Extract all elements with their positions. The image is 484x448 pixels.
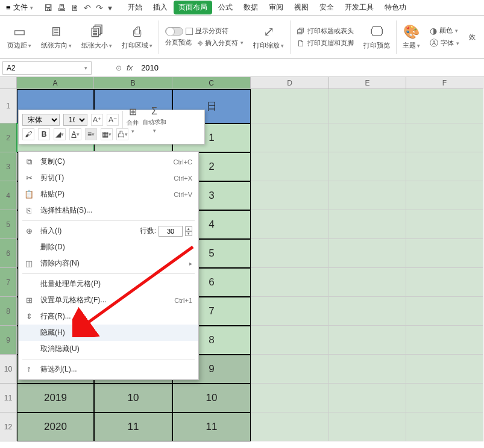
print-icon[interactable]: 🖶: [57, 3, 66, 13]
row-header-4[interactable]: 4: [0, 181, 17, 210]
column-header-F[interactable]: F: [406, 77, 483, 89]
cell-E12[interactable]: [329, 412, 406, 441]
cell-E1[interactable]: [329, 89, 406, 123]
fonts-button[interactable]: Ⓐ 字体▾: [430, 38, 459, 49]
row-header-6[interactable]: 6: [0, 239, 17, 268]
menu-item-batch[interactable]: 批量处理单元格(P): [19, 276, 198, 292]
name-box[interactable]: A2 ▾: [2, 61, 92, 75]
row-header-3[interactable]: 3: [0, 152, 17, 181]
tab-home[interactable]: 开始: [123, 1, 147, 14]
cell-D7[interactable]: [251, 268, 329, 297]
spinner-down-icon[interactable]: ▾: [185, 231, 192, 236]
cell-A11[interactable]: 2019: [17, 384, 94, 412]
row-header-7[interactable]: 7: [0, 268, 17, 297]
column-header-B[interactable]: B: [94, 77, 172, 89]
row-header-5[interactable]: 5: [0, 210, 17, 239]
column-header-C[interactable]: C: [172, 77, 251, 89]
insert-count-input[interactable]: [159, 226, 183, 237]
cell-D12[interactable]: [251, 412, 329, 441]
margins-button[interactable]: ▭ 页边距▾: [4, 18, 35, 56]
font-size-select[interactable]: 16: [63, 114, 87, 126]
tab-insert[interactable]: 插入: [148, 1, 172, 14]
menu-item-copy[interactable]: ⧉ 复制(C) Ctrl+C: [19, 154, 198, 170]
formula-input[interactable]: 2010: [137, 63, 162, 72]
row-header-1[interactable]: 1: [0, 89, 17, 123]
cell-F4[interactable]: [406, 181, 483, 210]
tab-page-layout[interactable]: 页面布局: [174, 1, 212, 14]
tab-view[interactable]: 视图: [289, 1, 313, 14]
cell-D8[interactable]: [251, 297, 329, 326]
font-name-select[interactable]: 宋体: [22, 114, 60, 126]
orientation-button[interactable]: 🗏 纸张方向▾: [37, 18, 75, 56]
cell-F10[interactable]: [406, 355, 483, 384]
cell-E9[interactable]: [329, 326, 406, 355]
row-header-9[interactable]: 9: [0, 326, 17, 355]
column-header-A[interactable]: A: [17, 77, 94, 89]
cell-F6[interactable]: [406, 239, 483, 268]
font-color-button[interactable]: A▾: [69, 128, 81, 140]
print-preview-button[interactable]: 🖵 打印预览: [360, 18, 394, 56]
menu-item-delete[interactable]: 删除(D): [19, 239, 198, 255]
fx-label[interactable]: fx: [127, 63, 133, 72]
cell-D4[interactable]: [251, 181, 329, 210]
row-header-12[interactable]: 12: [0, 412, 17, 441]
cell-B11[interactable]: 10: [94, 384, 172, 412]
file-menu[interactable]: ≡ 文件 ▾: [0, 2, 39, 13]
cell-E5[interactable]: [329, 210, 406, 239]
merge-button[interactable]: ⊞合并▾: [127, 106, 139, 134]
colors-button[interactable]: ◑ 颜色▾: [430, 26, 459, 36]
menu-item-hide[interactable]: 隐藏(H): [19, 325, 198, 341]
cell-C12[interactable]: 11: [172, 412, 251, 441]
menu-item-insert[interactable]: ⊕ 插入(I) 行数: ▴▾: [19, 223, 198, 239]
cell-C11[interactable]: 10: [172, 384, 251, 412]
cell-F8[interactable]: [406, 297, 483, 326]
print-titles-button[interactable]: 🗊 打印标题或表头: [297, 26, 354, 36]
cell-E11[interactable]: [329, 384, 406, 412]
cell-style-button[interactable]: 凸▾: [116, 128, 128, 140]
cell-E8[interactable]: [329, 297, 406, 326]
align-button[interactable]: ≡▾: [85, 128, 97, 140]
menu-item-cut[interactable]: ✂ 剪切(T) Ctrl+X: [19, 170, 198, 186]
bold-button[interactable]: B: [38, 128, 50, 140]
cell-F9[interactable]: [406, 326, 483, 355]
undo-icon[interactable]: ↶: [84, 3, 91, 13]
menu-item-clear[interactable]: ◫ 清除内容(N) ▸: [19, 255, 198, 272]
fill-color-button[interactable]: ◢▾: [54, 128, 66, 140]
cell-D11[interactable]: [251, 384, 329, 412]
cell-D1[interactable]: [251, 89, 329, 123]
cell-F7[interactable]: [406, 268, 483, 297]
cell-D3[interactable]: [251, 152, 329, 181]
theme-button[interactable]: 🎨 主题▾: [399, 18, 424, 56]
tab-data[interactable]: 数据: [239, 1, 263, 14]
cell-F1[interactable]: [406, 89, 483, 123]
page-break-preview-button[interactable]: 分页预览: [165, 38, 192, 48]
menu-item-format-cells[interactable]: ⊞ 设置单元格格式(F)... Ctrl+1: [19, 292, 198, 308]
decrease-font-icon[interactable]: A⁻: [107, 114, 119, 126]
row-header-10[interactable]: 10: [0, 355, 17, 384]
tab-security[interactable]: 安全: [315, 1, 339, 14]
tab-formula[interactable]: 公式: [213, 1, 237, 14]
chevron-down-icon[interactable]: ▾: [108, 3, 112, 13]
effects-button[interactable]: 效: [469, 33, 476, 42]
cell-D9[interactable]: [251, 326, 329, 355]
cell-F5[interactable]: [406, 210, 483, 239]
tab-developer[interactable]: 开发工具: [340, 1, 379, 14]
row-header-11[interactable]: 11: [0, 384, 17, 412]
cell-F3[interactable]: [406, 152, 483, 181]
cell-D2[interactable]: [251, 123, 329, 152]
autosum-button[interactable]: Σ自动求和▾: [142, 106, 166, 134]
cell-E6[interactable]: [329, 239, 406, 268]
insert-break-button[interactable]: ⎆ 插入分页符 ▾: [198, 38, 244, 48]
spinner-control[interactable]: ▴▾: [185, 226, 192, 236]
row-header-8[interactable]: 8: [0, 297, 17, 326]
menu-item-filter[interactable]: ⫯ 筛选列(L)...: [19, 361, 198, 378]
cell-D6[interactable]: [251, 239, 329, 268]
menu-item-paste-special[interactable]: ⎘ 选择性粘贴(S)...: [19, 202, 198, 219]
print-area-button[interactable]: ⎙ 打印区域▾: [118, 18, 156, 56]
cell-F11[interactable]: [406, 384, 483, 412]
menu-item-row-height[interactable]: ⇕ 行高(R)...: [19, 308, 198, 325]
format-painter-icon[interactable]: 🖌: [22, 128, 34, 140]
size-button[interactable]: 🗐 纸张大小▾: [78, 18, 116, 56]
spinner-up-icon[interactable]: ▴: [185, 226, 192, 231]
column-header-D[interactable]: D: [251, 77, 329, 89]
